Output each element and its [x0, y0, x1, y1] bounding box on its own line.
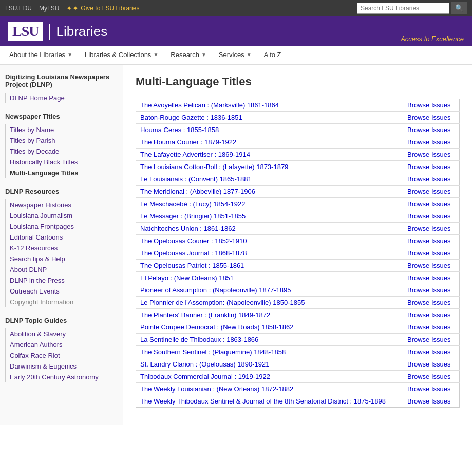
mylsu-link[interactable]: MyLSU	[39, 5, 59, 12]
title-link[interactable]: Thibodaux Commercial Journal : 1919-1922	[140, 373, 270, 380]
title-link[interactable]: The Weekly Louisianian : (New Orleans) 1…	[140, 385, 293, 393]
sidebar-item-search-tips[interactable]: Search tips & Help	[5, 253, 118, 264]
nav-services[interactable]: Services ▼	[213, 46, 258, 64]
table-row: St. Landry Clarion : (Opelousas) 1890-19…	[136, 358, 460, 371]
table-row: The Opelousas Patriot : 1855-1861Browse …	[136, 260, 460, 272]
title-link[interactable]: El Pelayo : (New Orleans) 1851	[140, 274, 234, 282]
sidebar-item-outreach-events[interactable]: Outreach Events	[5, 286, 118, 297]
logo-area: LSU Libraries	[8, 22, 107, 46]
table-row: The Opelousas Courier : 1852-1910Browse …	[136, 235, 460, 247]
table-row: Houma Ceres : 1855-1858Browse Issues	[136, 124, 460, 136]
sidebar-item-abolition[interactable]: Abolition & Slavery	[5, 328, 118, 339]
title-link[interactable]: Le Louisianais : (Convent) 1865-1881	[140, 175, 252, 183]
title-link[interactable]: Le Messager : (Bringier) 1851-1855	[140, 212, 246, 220]
title-link[interactable]: Pioneer of Assumption : (Napoleonville) …	[140, 286, 291, 294]
sidebar-item-dlnp-press[interactable]: DLNP in the Press	[5, 275, 118, 286]
title-link[interactable]: The Opelousas Journal : 1868-1878	[140, 249, 247, 257]
browse-issues-link[interactable]: Browse Issues	[407, 151, 451, 158]
title-link[interactable]: Le Pionnier de l'Assomption: (Napoleonvi…	[140, 299, 305, 306]
title-link[interactable]: The Lafayette Advertiser : 1869-1914	[140, 151, 250, 158]
table-row: Thibodaux Commercial Journal : 1919-1922…	[136, 371, 460, 383]
nav-libraries-collections[interactable]: Libraries & Collections ▼	[79, 46, 164, 64]
sidebar-item-titles-by-decade[interactable]: Titles by Decade	[5, 146, 118, 157]
title-link[interactable]: The Opelousas Patriot : 1855-1861	[140, 262, 244, 269]
title-link[interactable]: The Planters' Banner : (Franklin) 1849-1…	[140, 311, 270, 319]
browse-issues-link[interactable]: Browse Issues	[407, 336, 451, 343]
title-link[interactable]: The Southern Sentinel : (Plaquemine) 184…	[140, 348, 286, 356]
nav-research[interactable]: Research ▼	[164, 46, 213, 64]
sidebar-item-historically-black[interactable]: Historically Black Titles	[5, 157, 118, 168]
table-row: The Lafayette Advertiser : 1869-1914Brow…	[136, 149, 460, 161]
nav-a-to-z[interactable]: A to Z	[258, 46, 288, 64]
sidebar-item-darwinism[interactable]: Darwinism & Eugenics	[5, 361, 118, 372]
sidebar-item-newspaper-histories[interactable]: Newspaper Histories	[5, 199, 118, 210]
browse-issues-link[interactable]: Browse Issues	[407, 138, 451, 146]
table-row: El Pelayo : (New Orleans) 1851Browse Iss…	[136, 272, 460, 284]
title-link[interactable]: The Louisiana Cotton-Boll : (Lafayette) …	[140, 163, 288, 171]
title-link[interactable]: The Weekly Thibodaux Sentinel & Journal …	[140, 397, 386, 405]
browse-issues-link[interactable]: Browse Issues	[407, 212, 451, 220]
browse-issues-link[interactable]: Browse Issues	[407, 249, 451, 257]
give-link[interactable]: ✦✦ Give to LSU Libraries	[66, 4, 139, 12]
browse-issues-link[interactable]: Browse Issues	[407, 262, 451, 269]
chevron-down-icon: ▼	[67, 52, 72, 58]
table-row: Le Pionnier de l'Assomption: (Napoleonvi…	[136, 297, 460, 309]
title-link[interactable]: Natchitoches Union : 1861-1862	[140, 225, 236, 232]
sidebar-item-dlnp-home[interactable]: DLNP Home Page	[5, 93, 118, 103]
search-input-top[interactable]	[357, 3, 449, 14]
browse-issues-link[interactable]: Browse Issues	[407, 225, 451, 232]
browse-issues-link[interactable]: Browse Issues	[407, 114, 451, 121]
table-row: The Weekly Louisianian : (New Orleans) 1…	[136, 383, 460, 395]
browse-issues-link[interactable]: Browse Issues	[407, 126, 451, 134]
sidebar-item-k12-resources[interactable]: K-12 Resources	[5, 243, 118, 253]
browse-issues-link[interactable]: Browse Issues	[407, 373, 451, 380]
sidebar-item-louisiana-frontpages[interactable]: Louisiana Frontpages	[5, 221, 118, 232]
browse-issues-link[interactable]: Browse Issues	[407, 274, 451, 282]
access-excellence-tagline: Access to Excellence	[401, 35, 464, 46]
browse-issues-link[interactable]: Browse Issues	[407, 200, 451, 208]
sidebar-item-titles-by-name[interactable]: Titles by Name	[5, 124, 118, 135]
table-row: The Weekly Thibodaux Sentinel & Journal …	[136, 395, 460, 408]
sidebar-item-early-astronomy[interactable]: Early 20th Century Astronomy	[5, 372, 118, 382]
sidebar-item-about-dlnp[interactable]: About DLNP	[5, 264, 118, 275]
browse-issues-link[interactable]: Browse Issues	[407, 323, 451, 331]
content-wrapper: Digitizing Louisiana Newspapers Project …	[0, 65, 472, 425]
sidebar-item-editorial-cartoons[interactable]: Editorial Cartoons	[5, 232, 118, 243]
sidebar-item-colfax[interactable]: Colfax Race Riot	[5, 350, 118, 361]
title-link[interactable]: Baton-Rouge Gazette : 1836-1851	[140, 114, 242, 121]
browse-issues-link[interactable]: Browse Issues	[407, 237, 451, 245]
browse-issues-link[interactable]: Browse Issues	[407, 163, 451, 171]
browse-issues-link[interactable]: Browse Issues	[407, 286, 451, 294]
browse-issues-link[interactable]: Browse Issues	[407, 101, 451, 109]
title-link[interactable]: Le Meschacébé : (Lucy) 1854-1922	[140, 200, 246, 208]
title-link[interactable]: The Opelousas Courier : 1852-1910	[140, 237, 247, 245]
table-row: La Sentinelle de Thibodaux : 1863-1866Br…	[136, 334, 460, 346]
browse-issues-link[interactable]: Browse Issues	[407, 175, 451, 183]
sidebar-item-copyright[interactable]: Copyright Information	[5, 297, 118, 307]
browse-issues-link[interactable]: Browse Issues	[407, 397, 451, 405]
chevron-down-icon: ▼	[247, 52, 252, 58]
title-link[interactable]: The Houma Courier : 1879-1922	[140, 138, 236, 146]
title-link[interactable]: Houma Ceres : 1855-1858	[140, 126, 219, 134]
title-link[interactable]: La Sentinelle de Thibodaux : 1863-1866	[140, 336, 258, 343]
browse-issues-link[interactable]: Browse Issues	[407, 385, 451, 393]
nav-about-libraries[interactable]: About the Libraries ▼	[3, 46, 79, 64]
site-header: LSU Libraries Access to Excellence	[0, 16, 472, 46]
title-link[interactable]: The Meridional : (Abbeville) 1877-1906	[140, 188, 255, 195]
title-link[interactable]: St. Landry Clarion : (Opelousas) 1890-19…	[140, 360, 269, 368]
lsu-edu-link[interactable]: LSU.EDU	[5, 5, 32, 12]
sidebar-item-titles-by-parish[interactable]: Titles by Parish	[5, 135, 118, 146]
search-button-top[interactable]: 🔍	[451, 2, 467, 14]
browse-issues-link[interactable]: Browse Issues	[407, 299, 451, 306]
browse-issues-link[interactable]: Browse Issues	[407, 360, 451, 368]
title-link[interactable]: Pointe Coupee Democrat : (New Roads) 185…	[140, 323, 293, 331]
browse-issues-link[interactable]: Browse Issues	[407, 311, 451, 319]
table-row: The Meridional : (Abbeville) 1877-1906Br…	[136, 186, 460, 198]
browse-issues-link[interactable]: Browse Issues	[407, 188, 451, 195]
gift-icon: ✦✦	[66, 4, 79, 12]
sidebar-item-louisiana-journalism[interactable]: Louisiana Journalism	[5, 210, 118, 221]
sidebar-item-multi-language[interactable]: Multi-Language Titles	[5, 168, 118, 178]
title-link[interactable]: The Avoyelles Pelican : (Marksville) 186…	[140, 101, 279, 109]
browse-issues-link[interactable]: Browse Issues	[407, 348, 451, 356]
sidebar-item-american-authors[interactable]: American Authors	[5, 339, 118, 350]
